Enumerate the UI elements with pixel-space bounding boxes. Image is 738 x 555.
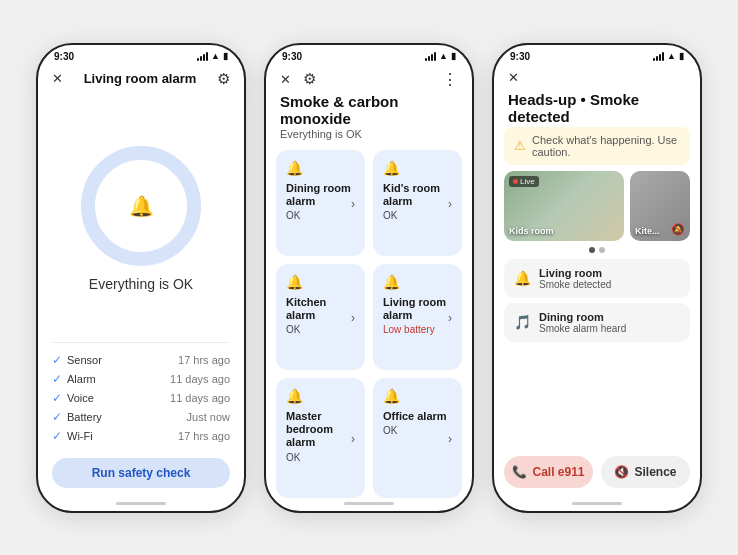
camera-main[interactable]: Live Kids room: [504, 171, 624, 241]
time-3: 9:30: [510, 51, 530, 62]
detection-dining: 🎵 Dining room Smoke alarm heard: [504, 303, 690, 342]
silence-button[interactable]: 🔇 Silence: [601, 456, 690, 488]
camera-main-label: Kids room: [509, 226, 554, 236]
alarm-grid: 🔔 Dining room alarm OK › 🔔 Kid's room al…: [266, 146, 472, 498]
gear-button-1[interactable]: ⚙: [217, 70, 230, 88]
alarm-card-kids[interactable]: 🔔 Kid's room alarm OK ›: [373, 150, 462, 256]
check-icon-alarm: ✓: [52, 372, 62, 386]
status-circle-area: 🔔 Everything is OK: [38, 92, 244, 342]
wifi-time: 17 hrs ago: [178, 430, 230, 442]
dot-1: [589, 247, 595, 253]
signal-icon: [197, 52, 208, 61]
home-bar-2: [344, 502, 394, 505]
alarm-card-status-living: Low battery: [383, 324, 448, 335]
checklist: ✓Sensor 17 hrs ago ✓Alarm 11 days ago ✓V…: [38, 343, 244, 452]
detection-sound-icon: 🎵: [514, 314, 531, 330]
close-button-2[interactable]: ✕: [280, 72, 291, 87]
check-row-alarm: ✓Alarm 11 days ago: [52, 370, 230, 389]
time-2: 9:30: [282, 51, 302, 62]
wifi-icon: ▲: [211, 51, 220, 61]
chevron-icon-office: ›: [448, 432, 452, 446]
alarm-card-kitchen[interactable]: 🔔 Kitchen alarm OK ›: [276, 264, 365, 370]
battery-label: Battery: [67, 411, 102, 423]
chevron-icon-master: ›: [351, 432, 355, 446]
status-bar-3: 9:30 ▲ ▮: [494, 45, 700, 64]
action-row: 📞 Call e911 🔇 Silence: [494, 450, 700, 498]
p2-title: Smoke & carbon monoxide: [266, 91, 472, 127]
det-name-dining: Dining room: [539, 311, 626, 323]
signal-icon-3: [653, 52, 664, 61]
det-info-dining: Dining room Smoke alarm heard: [539, 311, 626, 334]
warning-text: Check what's happening. Use caution.: [532, 134, 680, 158]
menu-button-2[interactable]: ⋮: [442, 70, 458, 89]
phone-3: 9:30 ▲ ▮ ✕ Heads-up • Smoke detected ⚠ C…: [492, 43, 702, 513]
live-dot: [513, 179, 518, 184]
alarm-card-status-dining: OK: [286, 210, 351, 221]
camera-side-label: Kite...: [635, 226, 660, 236]
call-button[interactable]: 📞 Call e911: [504, 456, 593, 488]
status-icons-2: ▲ ▮: [425, 51, 456, 61]
alarm-card-icon-kitchen: 🔔: [286, 274, 351, 290]
screen-2: ✕ ⚙ ⋮ Smoke & carbon monoxide Everything…: [266, 64, 472, 498]
alarm-card-icon-office: 🔔: [383, 388, 447, 404]
ok-text: Everything is OK: [89, 276, 193, 292]
alarm-card-name-master: Master bedroom alarm: [286, 410, 351, 450]
close-button-3[interactable]: ✕: [508, 70, 519, 85]
silence-label: Silence: [634, 465, 676, 479]
alarm-card-icon-dining: 🔔: [286, 160, 351, 176]
call-label: Call e911: [532, 465, 584, 479]
status-bar-2: 9:30 ▲ ▮: [266, 45, 472, 64]
det-name-living: Living room: [539, 267, 611, 279]
p3-header: ✕: [494, 64, 700, 89]
sensor-time: 17 hrs ago: [178, 354, 230, 366]
safety-check-button[interactable]: Run safety check: [52, 458, 230, 488]
sensor-label: Sensor: [67, 354, 102, 366]
alarm-icon: 🔔: [129, 194, 154, 218]
warning-icon: ⚠: [514, 138, 526, 153]
battery-icon-3: ▮: [679, 51, 684, 61]
camera-side[interactable]: Kite... 🔕: [630, 171, 690, 241]
alarm-card-living[interactable]: 🔔 Living room alarm Low battery ›: [373, 264, 462, 370]
home-bar-1: [116, 502, 166, 505]
check-icon-sensor: ✓: [52, 353, 62, 367]
alarm-card-dining[interactable]: 🔔 Dining room alarm OK ›: [276, 150, 365, 256]
check-row-battery: ✓Battery Just now: [52, 408, 230, 427]
alarm-card-name-kids: Kid's room alarm: [383, 182, 448, 208]
wifi-label: Wi-Fi: [67, 430, 93, 442]
alarm-time: 11 days ago: [170, 373, 230, 385]
status-circle: 🔔: [81, 146, 201, 266]
signal-icon-2: [425, 52, 436, 61]
alarm-card-master[interactable]: 🔔 Master bedroom alarm OK ›: [276, 378, 365, 497]
check-row-sensor: ✓Sensor 17 hrs ago: [52, 351, 230, 370]
camera-muted-icon: 🔕: [671, 223, 685, 236]
check-icon-wifi: ✓: [52, 429, 62, 443]
det-status-living: Smoke detected: [539, 279, 611, 290]
alarm-card-name-office: Office alarm: [383, 410, 447, 423]
phone-icon: 📞: [512, 465, 527, 479]
warning-bar: ⚠ Check what's happening. Use caution.: [504, 127, 690, 165]
battery-icon-2: ▮: [451, 51, 456, 61]
alarm-card-name-living: Living room alarm: [383, 296, 448, 322]
phone-2: 9:30 ▲ ▮ ✕ ⚙ ⋮ Smoke & carbon monoxide E…: [264, 43, 474, 513]
check-row-voice: ✓Voice 11 days ago: [52, 389, 230, 408]
screen-3: ✕ Heads-up • Smoke detected ⚠ Check what…: [494, 64, 700, 498]
p2-header: ✕ ⚙ ⋮: [266, 64, 472, 91]
camera-row: Live Kids room Kite... 🔕: [494, 171, 700, 241]
check-row-wifi: ✓Wi-Fi 17 hrs ago: [52, 427, 230, 446]
dots-row: [494, 247, 700, 253]
status-icons-1: ▲ ▮: [197, 51, 228, 61]
close-button-1[interactable]: ✕: [52, 71, 63, 86]
alarm-card-name-kitchen: Kitchen alarm: [286, 296, 351, 322]
chevron-icon-dining: ›: [351, 197, 355, 211]
p1-title: Living room alarm: [84, 71, 197, 86]
alarm-label: Alarm: [67, 373, 96, 385]
alarm-card-status-office: OK: [383, 425, 447, 436]
alarm-card-status-master: OK: [286, 452, 351, 463]
chevron-icon-kids: ›: [448, 197, 452, 211]
alarm-card-office[interactable]: 🔔 Office alarm OK ›: [373, 378, 462, 497]
check-icon-voice: ✓: [52, 391, 62, 405]
voice-label: Voice: [67, 392, 94, 404]
gear-button-2[interactable]: ⚙: [303, 70, 316, 88]
detection-list: 🔔 Living room Smoke detected 🎵 Dining ro…: [494, 259, 700, 450]
det-info-living: Living room Smoke detected: [539, 267, 611, 290]
